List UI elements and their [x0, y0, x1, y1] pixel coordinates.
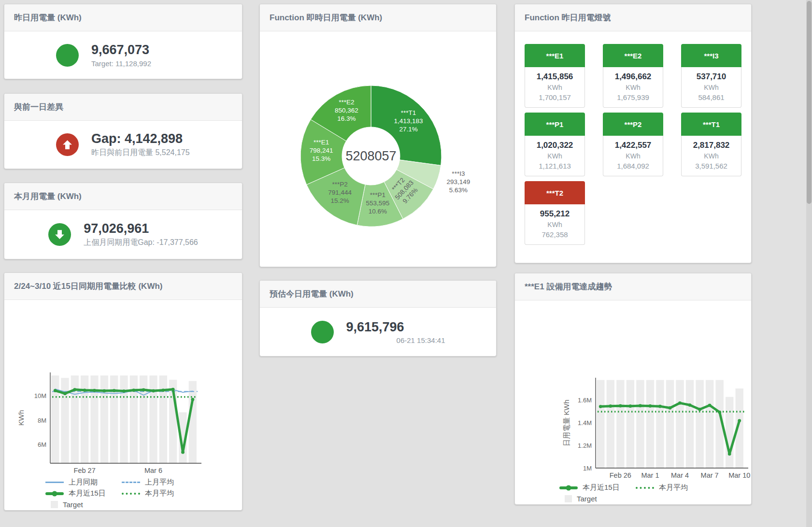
x-tick-label: Feb 26: [610, 471, 631, 479]
tile-value: 537,710: [684, 72, 739, 82]
data-point: [113, 389, 116, 392]
legend-item[interactable]: 上月同期: [45, 477, 122, 488]
legend-label: Target: [577, 495, 597, 503]
data-point: [628, 404, 632, 408]
data-point: [191, 398, 194, 401]
legend-swatch-dashed: [122, 482, 140, 483]
tile-target: 1,675,939: [605, 93, 661, 101]
y-tick-label: 1.4M: [578, 419, 592, 427]
legend-label: 本月近15日: [69, 489, 106, 498]
dashboard-page: 昨日用電量 (KWh) 9,667,073 Target: 11,128,992…: [0, 0, 812, 527]
compare-chart-canvas[interactable]: 6M8M10MFeb 27Mar 6KWh: [4, 300, 242, 475]
data-point: [698, 408, 701, 411]
donut-chart-canvas[interactable]: ***T11,413,18327.1%***I3293,1495.63%***T…: [260, 31, 497, 266]
tile-status-header: ***E2: [603, 44, 663, 67]
data-point: [132, 388, 135, 392]
target-bar: [676, 380, 684, 468]
legend-label: 本月平均: [659, 483, 688, 492]
status-circle-icon: [56, 44, 79, 67]
tile-target: 1,700,157: [527, 93, 583, 101]
panel-title: Function 即時日用電量 (KWh): [260, 4, 496, 31]
tile-unit: KWh: [684, 84, 739, 91]
tile-target: 3,591,562: [684, 162, 739, 170]
legend-item[interactable]: 本月近15日: [45, 488, 122, 499]
data-point: [669, 406, 672, 410]
panel-day-gap: 與前一日差異 Gap: 4,142,898 昨日與前日用電量 5,524,175: [4, 93, 242, 169]
panel-realtime-donut: Function 即時日用電量 (KWh) ***T11,413,18327.1…: [259, 4, 497, 267]
tile-unit: KWh: [605, 84, 661, 91]
target-bar: [627, 380, 634, 468]
legend-swatch-solid: [45, 482, 64, 483]
target-bar: [149, 375, 157, 463]
legend-label: 上月同期: [69, 478, 98, 487]
legend-item[interactable]: 本月平均: [636, 482, 712, 493]
tile-body: 2,817,832KWh3,591,562: [681, 136, 741, 176]
trend-chart-legend: 本月近15日本月平均Target: [559, 482, 719, 504]
scrollbar-thumb[interactable]: [807, 1, 812, 204]
legend-swatch-dotted: [636, 487, 654, 489]
data-point: [93, 389, 96, 392]
stat-value: Gap: 4,142,898: [91, 131, 190, 146]
target-bar: [686, 380, 694, 468]
data-point: [83, 388, 86, 392]
legend-item[interactable]: 本月平均: [122, 488, 198, 499]
donut-center-total: 5208057: [345, 149, 396, 163]
legend-swatch-dotted: [122, 493, 140, 495]
donut-slice-label: ***I3293,1495.63%: [446, 170, 470, 194]
panel-body: 97,026,961 上個月同期用電Gap: -17,377,566: [4, 210, 242, 259]
tile-body: 1,415,856KWh1,700,157: [525, 67, 585, 108]
light-tile-T2: ***T2955,212KWh762,358: [525, 181, 585, 245]
tile-value: 1,422,557: [605, 141, 661, 150]
panel-title: 2/24~3/10 近15日同期用電量比較 (KWh): [4, 273, 242, 300]
panel-body: 6M8M10MFeb 27Mar 6KWh 上月同期上月平均本月近15日本月平均…: [4, 300, 242, 510]
target-bar: [110, 375, 118, 463]
tile-unit: KWh: [605, 152, 661, 160]
data-point: [658, 405, 662, 408]
data-point: [649, 404, 652, 408]
stat-subtext: 昨日與前日用電量 5,524,175: [91, 148, 190, 158]
panel-today-estimate: 預估今日用電量 (KWh) 9,615,796 06-21 15:34:41: [259, 280, 497, 356]
tile-body: 537,710KWh584,861: [681, 67, 741, 108]
data-point: [728, 452, 731, 456]
light-tile-P1: ***P11,020,322KWh1,121,613: [525, 113, 585, 176]
x-tick-label: Mar 4: [671, 471, 689, 479]
data-point: [102, 389, 106, 393]
target-bar: [706, 380, 713, 468]
scrollbar[interactable]: [806, 0, 812, 527]
legend-item[interactable]: Target: [45, 499, 122, 510]
legend-item[interactable]: 本月近15日: [559, 482, 636, 493]
legend-item[interactable]: Target: [559, 493, 636, 504]
up-arrow-icon: [56, 133, 79, 156]
tile-value: 1,415,856: [527, 72, 583, 82]
trend-chart-canvas[interactable]: 1M1.2M1.4M1.6MFeb 26Mar 1Mar 4Mar 7Mar 1…: [515, 300, 752, 479]
panel-body: Gap: 4,142,898 昨日與前日用電量 5,524,175: [4, 121, 242, 169]
light-tile-E1: ***E11,415,856KWh1,700,157: [525, 44, 585, 108]
panel-body: 9,667,073 Target: 11,128,992: [4, 31, 242, 79]
data-point: [688, 403, 692, 407]
legend-swatch-thick: [559, 486, 578, 489]
y-tick-label: 6M: [38, 441, 46, 448]
panel-title: 與前一日差異: [4, 94, 242, 121]
panel-body: 9,615,796 06-21 15:34:41: [260, 308, 496, 356]
data-point: [678, 401, 682, 405]
data-point: [142, 388, 145, 392]
target-bar: [636, 380, 644, 468]
tile-status-header: ***T1: [681, 113, 741, 136]
x-tick-label: Mar 1: [641, 471, 659, 479]
legend-item[interactable]: 上月平均: [122, 477, 198, 488]
tile-body: 955,212KWh762,358: [525, 204, 585, 245]
tile-status-header: ***P2: [603, 113, 663, 136]
target-bar: [597, 380, 604, 468]
legend-swatch-thick: [45, 492, 64, 495]
data-point: [599, 405, 602, 408]
panel-title: ***E1 設備用電達成趨勢: [515, 273, 751, 300]
x-tick-label: Mar 7: [701, 471, 719, 479]
y-axis-label: KWh: [17, 410, 25, 426]
target-bar: [616, 380, 624, 468]
stat-subtext: 上個月同期用電Gap: -17,377,566: [84, 238, 198, 248]
legend-label: 本月近15日: [583, 483, 620, 492]
data-point: [639, 404, 642, 408]
y-tick-label: 1M: [583, 465, 592, 472]
tile-target: 1,684,092: [605, 162, 661, 170]
data-point: [181, 451, 185, 454]
